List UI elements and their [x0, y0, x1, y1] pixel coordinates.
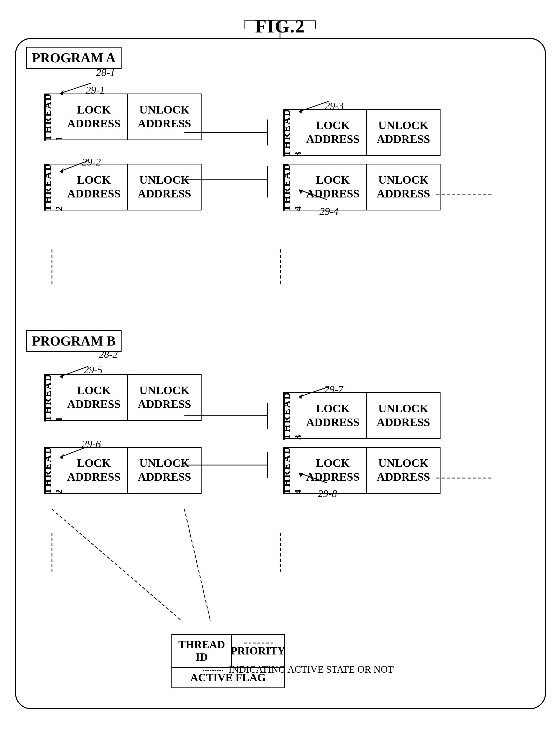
thread-7-label: THREAD3 — [284, 393, 299, 438]
legend-row-top: THREAD ID PRIORITY — [172, 635, 284, 668]
thread-3-unlock: UNLOCKADDRESS — [367, 110, 440, 155]
program-a-text: PROGRAM A — [32, 50, 116, 65]
thread-block-29-2: THREAD2 LOCKADDRESS UNLOCKADDRESS — [44, 164, 202, 210]
thread-6-lock: LOCKADDRESS — [61, 448, 128, 493]
legend-thread-id: THREAD ID — [172, 635, 232, 668]
ref-28-1: 28-1 — [96, 66, 115, 78]
thread-4-label: THREAD4 — [284, 164, 299, 210]
thread-block-29-1: THREAD1 LOCKADDRESS UNLOCKADDRESS — [44, 94, 202, 140]
thread-block-29-8: THREAD4 LOCKADDRESS UNLOCKADDRESS — [283, 447, 441, 494]
thread-6-unlock: UNLOCKADDRESS — [128, 448, 201, 493]
thread-2-label: THREAD2 — [45, 164, 61, 210]
thread-7-unlock: UNLOCKADDRESS — [367, 393, 440, 438]
figure-title: FIG.2 — [0, 0, 560, 45]
thread-8-lock: LOCKADDRESS — [299, 448, 367, 493]
ref-29-5: 29-5 — [84, 364, 103, 376]
thread-1-lock: LOCKADDRESS — [61, 94, 128, 140]
page: FIG.2 PROGRAM A 28-1 THREAD1 LOCKADDRESS… — [0, 0, 560, 735]
ref-29-1: 29-1 — [86, 84, 105, 96]
thread-5-label: THREAD1 — [45, 375, 61, 420]
annotation-text: INDICATING ACTIVE STATE OR NOT — [229, 664, 394, 675]
thread-4-lock: LOCKADDRESS — [299, 164, 367, 210]
legend-annotation: INDICATING ACTIVE STATE OR NOT — [203, 664, 394, 675]
ref-29-3: 29-3 — [325, 100, 344, 112]
svg-line-36 — [184, 509, 210, 621]
ref-28-2: 28-2 — [99, 348, 118, 360]
thread-6-label: THREAD2 — [45, 448, 61, 493]
thread-block-29-3: THREAD3 LOCKADDRESS UNLOCKADDRESS — [283, 109, 441, 156]
thread-block-29-7: THREAD3 LOCKADDRESS UNLOCKADDRESS — [283, 392, 441, 439]
thread-3-lock: LOCKADDRESS — [299, 110, 367, 155]
thread-8-label: THREAD4 — [284, 448, 299, 493]
thread-1-label: THREAD1 — [45, 94, 61, 140]
thread-block-29-6: THREAD2 LOCKADDRESS UNLOCKADDRESS — [44, 447, 202, 494]
ref-29-6: 29-6 — [82, 438, 101, 450]
legend-priority: PRIORITY — [232, 635, 284, 668]
legend-box: THREAD ID PRIORITY ACTIVE FLAG — [171, 634, 285, 688]
thread-block-29-5: THREAD1 LOCKADDRESS UNLOCKADDRESS — [44, 374, 202, 421]
thread-3-label: THREAD3 — [284, 110, 299, 155]
thread-2-lock: LOCKADDRESS — [61, 164, 128, 210]
ref-29-2: 29-2 — [82, 156, 101, 168]
program-b-text: PROGRAM B — [32, 334, 116, 348]
thread-7-lock: LOCKADDRESS — [299, 393, 367, 438]
thread-4-unlock: UNLOCKADDRESS — [367, 164, 440, 210]
ref-29-4: 29-4 — [319, 205, 338, 217]
legend-area: THREAD ID PRIORITY ACTIVE FLAG INDICATIN… — [171, 634, 285, 688]
thread-5-lock: LOCKADDRESS — [61, 375, 128, 420]
thread-block-29-4: THREAD4 LOCKADDRESS UNLOCKADDRESS — [283, 164, 441, 210]
svg-line-35 — [52, 509, 182, 621]
thread-2-unlock: UNLOCKADDRESS — [128, 164, 201, 210]
thread-1-unlock: UNLOCKADDRESS — [128, 94, 201, 140]
program-a-label: PROGRAM A — [26, 47, 122, 69]
ref-29-7: 29-7 — [324, 383, 343, 395]
ref-29-8: 29-8 — [318, 487, 337, 500]
dashed-line-icon — [203, 670, 223, 671]
thread-8-unlock: UNLOCKADDRESS — [367, 448, 440, 493]
thread-5-unlock: UNLOCKADDRESS — [128, 375, 201, 420]
